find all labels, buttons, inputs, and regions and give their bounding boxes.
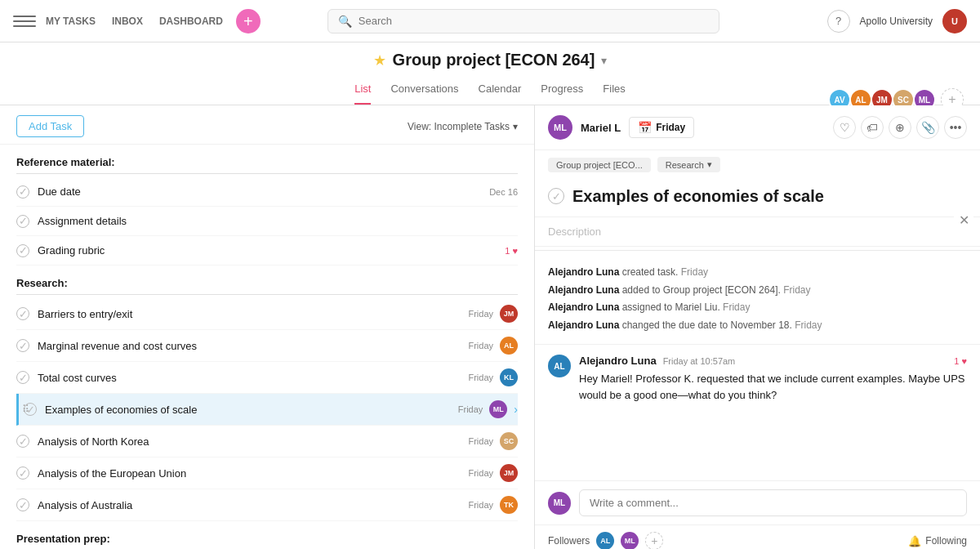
task-date: Dec 16 bbox=[489, 187, 518, 197]
task-checkbox[interactable]: ✓ bbox=[16, 498, 29, 511]
add-button[interactable]: + bbox=[236, 9, 261, 33]
task-checkbox[interactable]: ✓ bbox=[16, 435, 29, 448]
nav-my-tasks[interactable]: MY TASKS bbox=[46, 16, 96, 27]
task-row[interactable]: ✓ Total cost curves Friday KL bbox=[16, 362, 518, 394]
task-meta: Friday JM bbox=[468, 305, 518, 323]
close-button[interactable]: ✕ bbox=[954, 210, 973, 230]
task-meta: Friday TK bbox=[468, 496, 518, 514]
like-button[interactable]: ♡ bbox=[833, 116, 856, 139]
breadcrumb: Group project [ECO... Research ▾ bbox=[535, 150, 980, 179]
task-row[interactable]: ✓ Analysis of the European Union Friday … bbox=[16, 458, 518, 489]
task-date: Friday bbox=[468, 373, 493, 382]
comment-block: AL Alejandro Luna Friday at 10:57am 1 ♥ … bbox=[535, 344, 980, 413]
comment-header: Alejandro Luna Friday at 10:57am 1 ♥ bbox=[579, 355, 967, 367]
detail-actions: ♡ 🏷 ⊕ 📎 ••• bbox=[833, 116, 967, 139]
task-meta: Friday KL bbox=[468, 368, 518, 386]
project-title: Group project [ECON 264] bbox=[393, 51, 595, 69]
main-content: Add Task View: Incomplete Tasks ▾ Refere… bbox=[0, 105, 980, 549]
breadcrumb-section-label: Research bbox=[666, 160, 704, 170]
task-assignee-avatar: SC bbox=[500, 432, 518, 450]
star-icon[interactable]: ★ bbox=[373, 51, 386, 69]
project-dropdown-icon[interactable]: ▾ bbox=[601, 54, 607, 67]
detail-assignee-name[interactable]: Mariel L bbox=[581, 122, 621, 134]
task-title: Examples of economies of scale bbox=[572, 185, 824, 207]
task-checkbox[interactable]: ✓ bbox=[16, 185, 29, 199]
left-toolbar: Add Task View: Incomplete Tasks ▾ bbox=[0, 105, 534, 145]
bell-icon: 🔔 bbox=[908, 535, 921, 547]
view-filter-label: View: Incomplete Tasks bbox=[408, 121, 510, 132]
tag-button[interactable]: 🏷 bbox=[861, 116, 884, 139]
tab-files[interactable]: Files bbox=[603, 76, 625, 105]
task-checkbox[interactable]: ✓ bbox=[16, 215, 29, 228]
task-meta: Friday ML › bbox=[458, 400, 518, 418]
task-row[interactable]: ✓ Analysis of Australia Friday TK bbox=[16, 489, 518, 521]
breadcrumb-project[interactable]: Group project [ECO... bbox=[548, 158, 651, 172]
activity-author: Alejandro Luna bbox=[548, 301, 619, 313]
activity-action: added to Group project [ECON 264]. bbox=[622, 284, 781, 296]
comment-author-avatar: AL bbox=[548, 355, 571, 377]
expand-icon[interactable]: › bbox=[514, 403, 518, 416]
task-row-active[interactable]: ⠿ ✓ Examples of economies of scale Frida… bbox=[16, 394, 518, 426]
task-row[interactable]: ✓ Grading rubric 1 ♥ bbox=[16, 236, 518, 266]
search-bar[interactable]: 🔍 bbox=[327, 9, 719, 33]
section-header-reference: Reference material: bbox=[16, 145, 518, 174]
task-meta: Dec 16 bbox=[489, 187, 518, 197]
following-button[interactable]: 🔔 Following bbox=[908, 535, 967, 547]
help-button[interactable]: ? bbox=[827, 10, 850, 33]
task-row[interactable]: ✓ Barriers to entry/exit Friday JM bbox=[16, 298, 518, 330]
follower-avatar-2[interactable]: ML bbox=[621, 532, 639, 549]
drag-handle-icon: ⠿ bbox=[22, 404, 29, 415]
task-name: Examples of economies of scale bbox=[45, 404, 452, 416]
detail-assignee-avatar[interactable]: ML bbox=[548, 115, 572, 140]
tab-calendar[interactable]: Calendar bbox=[479, 76, 522, 105]
tab-list[interactable]: List bbox=[354, 76, 371, 105]
follower-avatar-1[interactable]: AL bbox=[596, 532, 614, 549]
nav-inbox[interactable]: INBOX bbox=[112, 16, 143, 27]
heart-icon[interactable]: 1 ♥ bbox=[505, 246, 518, 256]
view-filter[interactable]: View: Incomplete Tasks ▾ bbox=[408, 121, 518, 132]
task-date: Friday bbox=[468, 309, 493, 319]
search-input[interactable] bbox=[359, 15, 709, 27]
comment-heart[interactable]: 1 ♥ bbox=[954, 356, 967, 366]
task-assignee-avatar: AL bbox=[500, 337, 518, 355]
attachment-button[interactable]: 📎 bbox=[916, 116, 939, 139]
task-name: Marginal revenue and cost curves bbox=[38, 340, 461, 352]
followers-row: Followers AL ML + 🔔 Following bbox=[535, 524, 980, 549]
task-checkbox[interactable]: ✓ bbox=[16, 466, 29, 480]
org-name: Apollo University bbox=[860, 16, 933, 27]
section-research: Research: ✓ Barriers to entry/exit Frida… bbox=[0, 266, 534, 521]
task-assignee-avatar: KL bbox=[500, 368, 518, 386]
more-button[interactable]: ••• bbox=[944, 116, 967, 139]
nav-dashboard[interactable]: DASHBOARD bbox=[159, 16, 223, 27]
task-checkbox[interactable]: ✓ bbox=[16, 307, 29, 320]
task-checkbox[interactable]: ✓ bbox=[16, 371, 29, 384]
project-header: ★ Group project [ECON 264] ▾ AV AL JM SC… bbox=[0, 42, 980, 105]
task-checkbox[interactable]: ✓ bbox=[16, 339, 29, 352]
activity-action: created task. bbox=[622, 266, 679, 278]
top-nav: MY TASKS INBOX DASHBOARD + 🔍 ? Apollo Un… bbox=[0, 0, 980, 42]
task-name: Total cost curves bbox=[38, 372, 461, 384]
nav-links: MY TASKS INBOX DASHBOARD bbox=[46, 16, 223, 27]
breadcrumb-section[interactable]: Research ▾ bbox=[657, 157, 720, 172]
tab-progress[interactable]: Progress bbox=[541, 76, 583, 105]
comment-input[interactable] bbox=[579, 489, 967, 516]
section-header-presentation: Presentation prep: bbox=[16, 521, 518, 549]
task-row[interactable]: ✓ Marginal revenue and cost curves Frida… bbox=[16, 330, 518, 362]
add-task-button[interactable]: Add Task bbox=[16, 115, 84, 137]
activity-section: Alejandro Luna created task. Friday Alej… bbox=[535, 254, 980, 344]
left-panel: Add Task View: Incomplete Tasks ▾ Refere… bbox=[0, 105, 535, 549]
user-avatar[interactable]: U bbox=[942, 9, 967, 33]
connect-button[interactable]: ⊕ bbox=[889, 116, 911, 139]
due-date-chip[interactable]: 📅 Friday bbox=[629, 117, 694, 138]
task-row[interactable]: ✓ Analysis of North Korea Friday SC bbox=[16, 426, 518, 458]
task-description[interactable]: Description bbox=[535, 217, 980, 247]
task-row[interactable]: ✓ Due date Dec 16 bbox=[16, 177, 518, 207]
hamburger-menu[interactable] bbox=[13, 10, 36, 33]
task-row[interactable]: ✓ Assignment details bbox=[16, 207, 518, 236]
task-checkbox[interactable]: ✓ bbox=[16, 244, 29, 257]
activity-item: Alejandro Luna changed the due date to N… bbox=[548, 317, 967, 335]
add-follower-button[interactable]: + bbox=[645, 532, 663, 549]
tab-conversations[interactable]: Conversations bbox=[390, 76, 458, 105]
task-complete-button[interactable]: ✓ bbox=[548, 188, 564, 204]
task-detail-header: ML Mariel L 📅 Friday ♡ 🏷 ⊕ 📎 ••• bbox=[535, 105, 980, 150]
